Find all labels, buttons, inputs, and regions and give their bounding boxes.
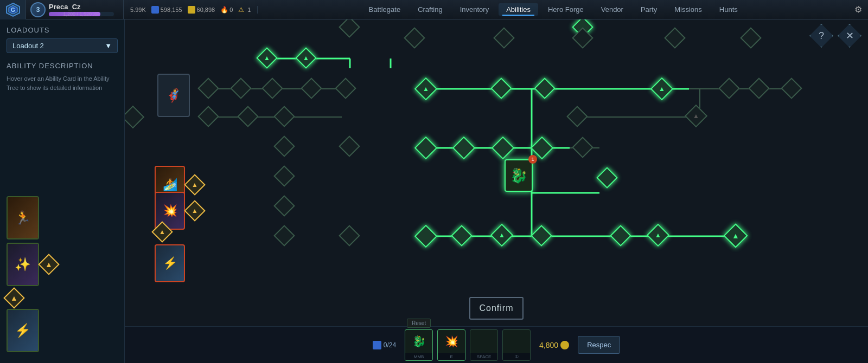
nav-vendor[interactable]: Vendor	[593, 3, 631, 16]
gold-resource-icon	[188, 6, 195, 14]
hero-card[interactable]: 🦸	[157, 74, 190, 117]
stat-fire: 🔥 0	[220, 6, 233, 14]
nav-links: Battlegate Crafting Inventory Abilities …	[258, 3, 848, 16]
diamond-node-r4-green-2[interactable]	[452, 137, 475, 159]
arrow-node-r5-green-2[interactable]: ▲	[647, 224, 669, 247]
diamond-node-center-right[interactable]	[596, 167, 618, 189]
diamond-node-r5-green-5[interactable]	[610, 225, 631, 247]
diamond-node-r4-green-3[interactable]	[492, 137, 514, 159]
diamond-node-top-far-2[interactable]	[493, 27, 515, 49]
diamond-node-mid-col-1[interactable]	[339, 135, 360, 157]
diamond-node-r3-2[interactable]	[237, 106, 259, 127]
bottom-slot-3[interactable]: SPACE	[470, 329, 498, 361]
diamond-node-r2-gray-2[interactable]	[748, 77, 770, 99]
arrow-node-top-1[interactable]: ▲	[256, 47, 278, 69]
diamond-node-r1-1[interactable]	[197, 77, 219, 99]
left-card-3[interactable]: ⚡	[155, 244, 185, 282]
diamond-node-left-col-4[interactable]	[273, 195, 295, 217]
bottom-slot-2[interactable]: 💥 E	[437, 329, 465, 361]
arrow-node-top-2[interactable]: ▲	[295, 47, 317, 69]
bottom-slot-1-image: 🐉	[405, 330, 432, 353]
diamond-node-left-col-3[interactable]	[273, 165, 295, 187]
loadouts-title: Loadouts	[7, 26, 118, 34]
stat-time: 5.99K	[130, 7, 146, 13]
diamond-node-top-far-5[interactable]	[740, 27, 762, 49]
nav-party[interactable]: Party	[633, 3, 665, 16]
fire-icon: 🔥	[220, 6, 228, 14]
arrow-node-r2-green-2[interactable]: ▲	[650, 77, 673, 100]
arrow-node-r5-green[interactable]: ▲	[490, 224, 513, 247]
nav-inventory[interactable]: Inventory	[452, 3, 496, 16]
diamond-node-r2-green-2[interactable]	[534, 77, 556, 99]
diamond-node-top-far[interactable]	[404, 27, 425, 49]
loadout-selected: Loadout 2	[12, 42, 44, 50]
diamond-node-r2-green-1[interactable]	[490, 77, 512, 99]
bottom-slot-1-label: MMB	[405, 353, 432, 360]
diamond-node-r5-green-1[interactable]	[414, 225, 437, 248]
bottom-slot-3-image	[470, 330, 497, 353]
diamond-node-r2-gray-1[interactable]	[718, 77, 740, 99]
tree-card-slot-4: ⚡	[155, 244, 185, 282]
ability-desc-text: Hover over an Ability Card in the Abilit…	[7, 74, 118, 92]
card-3-image: ⚡	[8, 310, 38, 351]
nav-hunts[interactable]: Hunts	[712, 3, 745, 16]
card-2-image: ✨	[8, 244, 38, 285]
nav-abilities[interactable]: Abilities	[499, 3, 538, 16]
respec-button[interactable]: Respec	[578, 336, 620, 354]
center-card-image: 🐉	[505, 159, 533, 192]
arrow-node-r3-right[interactable]	[125, 106, 144, 128]
diamond-node-mid-col-2[interactable]	[339, 20, 360, 38]
close-button[interactable]: ✕	[838, 24, 861, 48]
help-button[interactable]: ?	[809, 24, 833, 48]
diamond-node-r5-green-3[interactable]	[531, 225, 552, 247]
bottom-slot-4-label: ①	[503, 353, 530, 360]
nav-missions[interactable]: Missions	[667, 3, 710, 16]
diamond-node-left-col-2[interactable]	[273, 135, 295, 157]
diamond-node-mid-col-3[interactable]	[339, 225, 360, 247]
sidebar-ability-card-2[interactable]: ✨	[7, 243, 39, 286]
diamond-node-top-far-4[interactable]	[664, 27, 686, 49]
fire-value: 0	[229, 7, 233, 13]
stat-gold: 60,898	[188, 6, 215, 14]
sidebar-ability-card-3[interactable]: ⚡	[7, 309, 39, 352]
diamond-node-r1-3[interactable]	[261, 77, 283, 99]
diamond-node-left-col-5[interactable]	[273, 225, 295, 247]
reset-button[interactable]: Reset	[407, 319, 431, 328]
diamond-node-r3-1[interactable]	[197, 106, 219, 127]
tree-card-slot-3: ▲	[155, 224, 170, 239]
arrow-node-sidebar-2[interactable]: ▲	[3, 287, 25, 309]
nav-heroforge[interactable]: Hero Forge	[540, 3, 591, 16]
confirm-button[interactable]: Confirm	[469, 297, 524, 320]
diamond-node-r3-right-1[interactable]	[566, 106, 588, 127]
nav-battlegate[interactable]: Battlegate	[361, 3, 409, 16]
diamond-node-r4-green-1[interactable]	[414, 137, 437, 159]
diamond-node-r4-gray-1[interactable]	[572, 137, 593, 158]
center-card-badge: 1	[528, 155, 537, 164]
arrow-node-r1-5[interactable]	[335, 77, 356, 99]
arrow-node-sidebar-1[interactable]: ▲	[38, 254, 60, 275]
arrow-node-r5-final[interactable]: ▲	[723, 223, 748, 248]
arrow-node-left-2[interactable]: ▲	[184, 200, 206, 222]
player-info: 3 Preca_Cz 1,200 / 1,520 XP	[26, 0, 124, 19]
settings-button[interactable]: ⚙	[848, 0, 868, 20]
center-card-node[interactable]: 🐉 1	[505, 159, 533, 192]
arrow-node-r2-gray-3[interactable]	[781, 77, 802, 99]
arrow-node-r2-green-1[interactable]: ▲	[414, 77, 437, 100]
slot-counter-icon	[373, 341, 381, 349]
arrow-node-r3-green[interactable]: ▲	[685, 105, 707, 127]
currency-icon	[560, 341, 569, 349]
diamond-node-r1-4[interactable]	[301, 77, 322, 99]
bottom-slot-4[interactable]: ①	[502, 329, 531, 361]
stat-blue: 598,155	[151, 6, 182, 14]
diamond-node-left-col-1[interactable]	[273, 106, 295, 127]
bottom-slot-1[interactable]: 🐉 MMB	[405, 329, 433, 361]
loadout-dropdown[interactable]: Loadout 2 ▼	[7, 38, 118, 53]
arrow-node-left-3[interactable]: ▲	[151, 221, 173, 243]
slot-counter: 0/24	[373, 341, 396, 349]
diamond-node-r5-green-2[interactable]	[451, 225, 473, 247]
currency-value: 4,800	[539, 341, 558, 349]
sidebar-ability-cards: 🏃 ✨ ▲ ▲ ⚡	[7, 196, 56, 352]
sidebar-ability-card-1[interactable]: 🏃	[7, 196, 39, 239]
diamond-node-r1-2[interactable]	[230, 77, 252, 99]
nav-crafting[interactable]: Crafting	[410, 3, 450, 16]
